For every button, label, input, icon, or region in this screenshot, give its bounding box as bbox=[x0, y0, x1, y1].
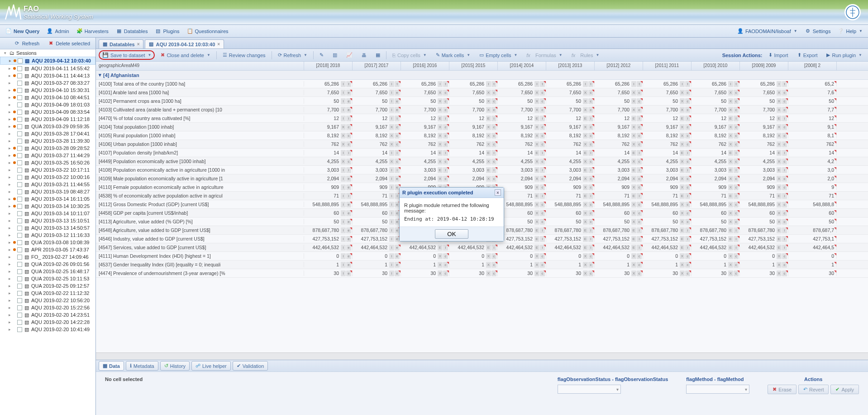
session-item[interactable]: ▸▧QUA 2019-03-08 10:08:39 bbox=[0, 239, 95, 246]
checkbox[interactable] bbox=[17, 117, 22, 122]
checkbox[interactable] bbox=[17, 240, 22, 245]
checkbox[interactable] bbox=[17, 153, 22, 158]
checkbox[interactable] bbox=[17, 313, 22, 318]
expand-icon[interactable]: ▸ bbox=[7, 110, 12, 114]
session-item[interactable]: ▸▧QUA 2019-03-29 09:59:35 bbox=[0, 123, 95, 130]
session-item[interactable]: ▸▧AQU 2019-03-22 10:00:16 bbox=[0, 174, 95, 181]
expand-icon[interactable]: ▸ bbox=[7, 102, 12, 107]
datatables-button[interactable]: ▦Datatables bbox=[113, 27, 151, 35]
session-item[interactable]: ▸▧AQU 2019-03-28 11:39:30 bbox=[0, 137, 95, 145]
checkbox[interactable] bbox=[17, 226, 22, 231]
checkbox[interactable] bbox=[17, 320, 22, 325]
checkbox[interactable] bbox=[17, 110, 22, 115]
checkbox[interactable] bbox=[17, 204, 22, 209]
checkbox[interactable] bbox=[18, 58, 23, 63]
expand-icon[interactable]: ▸ bbox=[7, 95, 12, 100]
expand-icon[interactable]: ▸ bbox=[7, 262, 12, 266]
expand-icon[interactable]: ▸ bbox=[7, 269, 12, 274]
checkbox[interactable] bbox=[17, 189, 22, 194]
admin-button[interactable]: 👤Admin bbox=[44, 27, 72, 35]
close-icon[interactable]: × bbox=[495, 189, 501, 196]
expand-icon[interactable]: ▸ bbox=[7, 124, 12, 129]
checkbox[interactable] bbox=[17, 66, 22, 71]
checkbox[interactable] bbox=[17, 81, 22, 86]
checkbox[interactable] bbox=[17, 291, 22, 296]
expand-icon[interactable]: ▸ bbox=[7, 182, 12, 187]
session-item[interactable]: ▸▧AQU 2019-02-20 10:41:49 bbox=[0, 326, 95, 333]
session-item[interactable]: ▸▧AQU 2019-03-19 08:48:27 bbox=[0, 188, 95, 195]
checkbox[interactable] bbox=[17, 211, 22, 216]
expand-icon[interactable]: ▸ bbox=[7, 276, 12, 281]
session-item[interactable]: ▸▧AQU 2019-03-13 14:50:57 bbox=[0, 224, 95, 232]
expand-icon[interactable]: ▸ bbox=[7, 305, 12, 310]
checkbox[interactable] bbox=[17, 218, 22, 223]
expand-icon[interactable]: ▸ bbox=[7, 233, 12, 237]
checkbox[interactable] bbox=[17, 160, 22, 165]
session-item[interactable]: ▸▧QUA 2019-02-22 11:12:32 bbox=[0, 290, 95, 297]
expand-icon[interactable]: ▸ bbox=[7, 146, 12, 150]
expand-icon[interactable]: ▸ bbox=[7, 226, 12, 230]
expand-icon[interactable]: ▸ bbox=[7, 117, 12, 121]
session-item[interactable]: ▸▧QUA 2019-02-25 09:12:57 bbox=[0, 282, 95, 290]
expand-icon[interactable]: ▸ bbox=[7, 327, 12, 332]
expand-icon[interactable]: ▸ bbox=[7, 73, 12, 78]
ok-button[interactable]: OK bbox=[435, 229, 468, 239]
session-item[interactable]: ▸▧AQU 2019-03-13 15:10:51 bbox=[0, 217, 95, 224]
checkbox[interactable] bbox=[17, 233, 22, 238]
expand-icon[interactable]: ▸ bbox=[7, 139, 12, 143]
settings-button[interactable]: ⚙Settings bbox=[802, 27, 834, 35]
sessions-tree[interactable]: ▾ 🗂 Sessions ▸▧AQU 2019-04-12 10:03:40▸▧… bbox=[0, 49, 95, 415]
expand-icon[interactable]: ▸ bbox=[7, 247, 12, 252]
help-button[interactable]: ❔Help▼ bbox=[835, 27, 865, 35]
expand-icon[interactable]: ▸ bbox=[7, 175, 12, 179]
session-item[interactable]: ▸▧QUA 2019-02-25 10:11:53 bbox=[0, 275, 95, 282]
expand-icon[interactable]: ▸ bbox=[7, 131, 12, 136]
refresh-sessions-button[interactable]: ⟳Refresh bbox=[11, 39, 43, 48]
session-item[interactable]: ▸▧AQU 2019-03-28 17:04:41 bbox=[0, 130, 95, 137]
checkbox[interactable] bbox=[17, 298, 22, 303]
checkbox[interactable] bbox=[17, 182, 22, 187]
expand-icon[interactable]: ▸ bbox=[7, 255, 12, 259]
checkbox[interactable] bbox=[17, 124, 22, 129]
expand-icon[interactable]: ▸ bbox=[7, 81, 12, 85]
session-item[interactable]: ▸▧AQU 2019-04-12 10:03:40 bbox=[0, 57, 95, 65]
checkbox[interactable] bbox=[17, 284, 22, 289]
questionnaires-button[interactable]: 📋Questionnaires bbox=[184, 27, 231, 35]
session-item[interactable]: ▸▧AQU 2019-04-11 14:55:42 bbox=[0, 65, 95, 72]
expand-icon[interactable]: ▸ bbox=[7, 189, 12, 194]
session-item[interactable]: ▸▧AQU 2019-03-25 16:50:26 bbox=[0, 159, 95, 166]
session-item[interactable]: ▸▧AQU 2019-03-22 10:17:11 bbox=[0, 166, 95, 174]
expand-icon[interactable]: ▸ bbox=[7, 313, 12, 317]
new-query-button[interactable]: 📄New Query bbox=[3, 27, 42, 35]
expand-icon[interactable]: ▸ bbox=[7, 320, 12, 324]
session-item[interactable]: ▸▧AQU 2019-02-22 10:56:20 bbox=[0, 297, 95, 304]
expand-icon[interactable]: ▸ bbox=[7, 88, 12, 92]
expand-icon[interactable]: ▸ bbox=[7, 291, 12, 295]
checkbox[interactable] bbox=[17, 131, 22, 136]
collapse-icon[interactable]: ▾ bbox=[3, 51, 7, 55]
delete-selected-button[interactable]: ✖Delete selected bbox=[45, 39, 93, 48]
user-menu[interactable]: 👤FAODOMAIN/lisboaf▼ bbox=[734, 27, 800, 35]
checkbox[interactable] bbox=[17, 175, 22, 180]
expand-icon[interactable]: ▸ bbox=[7, 197, 12, 201]
checkbox[interactable] bbox=[17, 327, 22, 332]
session-item[interactable]: ▸▧AQU 2019-02-20 14:22:28 bbox=[0, 318, 95, 326]
session-item[interactable]: ▸▧AQU 2019-04-11 14:44:13 bbox=[0, 72, 95, 79]
expand-icon[interactable]: ▸ bbox=[7, 218, 12, 223]
expand-icon[interactable]: ▸ bbox=[7, 284, 12, 288]
session-item[interactable]: ▸▧AQU 2019-03-12 11:16:33 bbox=[0, 232, 95, 239]
session-item[interactable]: ▸▧AQU 2019-04-09 11:12:18 bbox=[0, 116, 95, 123]
session-item[interactable]: ▸▧FO_ 2019-02-27 14:09:46 bbox=[0, 253, 95, 261]
expand-icon[interactable]: ▸ bbox=[7, 160, 12, 165]
session-item[interactable]: ▸▧QUA 2019-02-26 09:01:56 bbox=[0, 261, 95, 268]
plugins-button[interactable]: ▧Plugins bbox=[152, 27, 182, 35]
session-item[interactable]: ▸▧AQU 2019-03-27 08:33:27 bbox=[0, 79, 95, 87]
session-item[interactable]: ▸▧AQU 2019-04-10 15:30:31 bbox=[0, 87, 95, 94]
checkbox[interactable] bbox=[17, 146, 22, 151]
expand-icon[interactable]: ▸ bbox=[7, 240, 12, 245]
session-item[interactable]: ▸▧AQU 2019-02-20 15:22:56 bbox=[0, 304, 95, 311]
checkbox[interactable] bbox=[17, 168, 22, 173]
expand-icon[interactable]: ▸ bbox=[7, 204, 12, 208]
checkbox[interactable] bbox=[17, 95, 22, 100]
expand-icon[interactable]: ▸ bbox=[7, 211, 12, 216]
